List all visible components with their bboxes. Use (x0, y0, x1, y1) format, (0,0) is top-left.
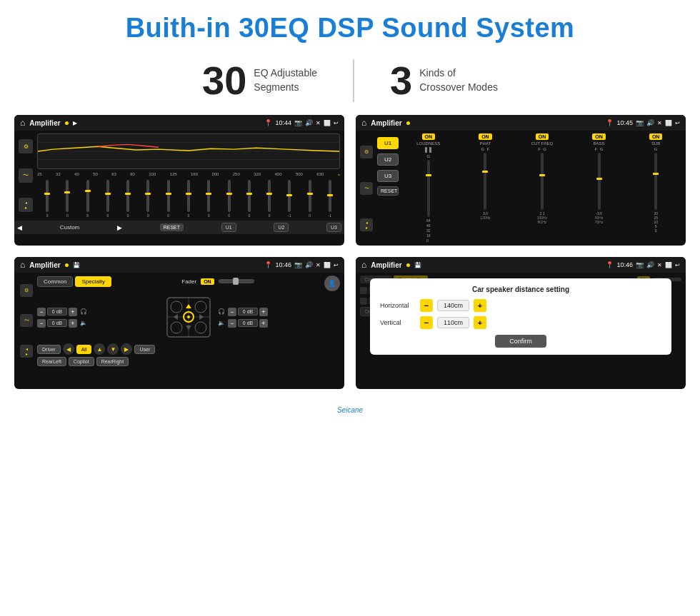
db-minus-topleft[interactable]: − (37, 308, 46, 316)
slider-thumb-13[interactable] (286, 194, 292, 196)
camera-icon-4[interactable]: 📷 (636, 261, 644, 268)
vertical-plus-btn[interactable]: + (474, 316, 486, 329)
loc-rearright-btn[interactable]: RearRight (96, 357, 129, 366)
slider-track-4[interactable] (106, 180, 109, 212)
eq-prev-btn[interactable]: ◀ (17, 224, 22, 231)
confirm-btn[interactable]: Confirm (495, 335, 546, 348)
home-icon-4[interactable]: ⌂ (361, 260, 366, 270)
slider-thumb-11[interactable] (246, 193, 252, 195)
nav-down-btn[interactable]: ▼ (107, 343, 119, 355)
fader-thumb[interactable] (233, 278, 239, 285)
loc-rearleft-btn[interactable]: RearLeft (37, 357, 66, 366)
db-plus-topleft[interactable]: + (69, 308, 77, 316)
slider-thumb-4[interactable] (105, 193, 111, 195)
slider-thumb-7[interactable] (166, 193, 171, 195)
back-icon[interactable]: ↩ (334, 120, 339, 126)
eq-next-btn[interactable]: ▶ (117, 224, 122, 231)
preset-u1[interactable]: U1 (377, 137, 399, 149)
nav-right-btn[interactable]: ▶ (121, 343, 132, 355)
horizontal-plus-btn[interactable]: + (474, 299, 486, 312)
loc-user-btn[interactable]: User (134, 345, 155, 354)
play-icon[interactable]: ▶ (73, 120, 77, 126)
slider-track-9[interactable] (207, 180, 210, 212)
tab-common-3[interactable]: Common (37, 276, 73, 287)
nav-left-btn[interactable]: ◀ (63, 343, 74, 355)
cutfreq-slider[interactable] (541, 153, 544, 210)
slider-track-14[interactable] (309, 180, 311, 212)
slider-thumb-1[interactable] (44, 193, 50, 195)
close-icon-3[interactable]: ✕ (316, 262, 321, 268)
crossover-reset-btn[interactable]: RESET (377, 186, 399, 196)
screen-icon[interactable]: ⬜ (324, 120, 331, 126)
slider-track-12[interactable] (268, 180, 271, 212)
screen-icon-4[interactable]: ⬜ (665, 262, 672, 268)
back-icon-4[interactable]: ↩ (675, 262, 680, 268)
phat-thumb[interactable] (482, 171, 488, 173)
eq-reset-btn[interactable]: RESET (160, 223, 184, 231)
sub-slider[interactable] (654, 153, 657, 210)
preset-u3[interactable]: U3 (377, 170, 399, 182)
slider-thumb-14[interactable] (307, 193, 313, 195)
eq-u3-btn[interactable]: U3 (326, 223, 341, 232)
db-plus-bottomright[interactable]: + (259, 319, 268, 328)
preset-u2[interactable]: U2 (377, 153, 399, 166)
slider-track-10[interactable] (228, 180, 231, 212)
bass-thumb[interactable] (596, 178, 602, 180)
slider-track-8[interactable] (187, 180, 190, 212)
expand-icon[interactable]: » (338, 172, 340, 176)
close-icon[interactable]: ✕ (316, 120, 321, 126)
cutfreq-thumb[interactable] (539, 174, 545, 176)
eq-wave-btn[interactable]: 〜 (19, 168, 33, 183)
loc-driver-btn[interactable]: Driver (37, 345, 61, 354)
slider-thumb-15[interactable] (327, 194, 333, 196)
back-icon-3[interactable]: ↩ (334, 262, 339, 268)
db-minus-bottomright[interactable]: − (228, 319, 236, 328)
home-icon[interactable]: ⌂ (20, 118, 25, 128)
slider-track-1[interactable] (46, 180, 49, 212)
speaker-vol-btn[interactable]: ◂▸ (20, 345, 33, 358)
speaker-wave-btn[interactable]: 〜 (20, 314, 33, 327)
slider-thumb-2[interactable] (64, 191, 70, 193)
volume-icon-3[interactable]: 🔊 (305, 261, 313, 268)
slider-track-11[interactable] (248, 180, 251, 212)
loudness-slider[interactable] (427, 160, 430, 217)
crossover-settings-btn[interactable]: ⚙ (360, 146, 373, 158)
db-plus-bottomleft[interactable]: + (69, 319, 77, 328)
volume-icon[interactable]: 🔊 (305, 119, 313, 126)
crossover-wave-btn[interactable]: 〜 (360, 182, 373, 195)
slider-thumb-9[interactable] (206, 193, 211, 195)
nav-up-btn[interactable]: ▲ (94, 343, 105, 355)
slider-track-3[interactable] (86, 180, 89, 212)
slider-thumb-6[interactable] (145, 193, 151, 195)
tab-specialty-3[interactable]: Specialty (75, 276, 111, 287)
save-icon-4[interactable]: 💾 (414, 262, 421, 268)
slider-thumb-10[interactable] (226, 193, 232, 195)
slider-track-5[interactable] (126, 180, 129, 212)
db-plus-topright[interactable]: + (259, 308, 268, 316)
vertical-minus-btn[interactable]: − (420, 316, 433, 329)
horizontal-minus-btn[interactable]: − (420, 299, 433, 312)
fader-track[interactable] (219, 279, 254, 283)
volume-icon-4[interactable]: 🔊 (646, 261, 654, 268)
loc-all-btn[interactable]: All (76, 345, 92, 354)
camera-icon-2[interactable]: 📷 (636, 119, 644, 126)
screen-icon-2[interactable]: ⬜ (665, 120, 672, 126)
slider-track-7[interactable] (167, 180, 170, 212)
slider-track-2[interactable] (66, 180, 69, 212)
slider-track-15[interactable] (329, 180, 331, 212)
speaker-settings-btn[interactable]: ⚙ (20, 284, 33, 297)
home-icon-3[interactable]: ⌂ (20, 260, 25, 270)
camera-icon-3[interactable]: 📷 (294, 261, 302, 268)
phat-slider[interactable] (484, 153, 486, 210)
loc-copilot-btn[interactable]: Copilot (69, 357, 94, 366)
eq-u1-btn[interactable]: U1 (221, 223, 236, 232)
slider-thumb-8[interactable] (186, 193, 191, 195)
volume-icon-2[interactable]: 🔊 (646, 119, 654, 126)
screen-icon-3[interactable]: ⬜ (324, 262, 331, 268)
loudness-thumb[interactable] (426, 174, 431, 176)
db-minus-bottomleft[interactable]: − (37, 319, 46, 328)
db-minus-topright[interactable]: − (228, 308, 236, 316)
slider-thumb-5[interactable] (125, 193, 131, 195)
close-icon-4[interactable]: ✕ (657, 262, 662, 268)
bass-slider[interactable] (598, 153, 601, 210)
